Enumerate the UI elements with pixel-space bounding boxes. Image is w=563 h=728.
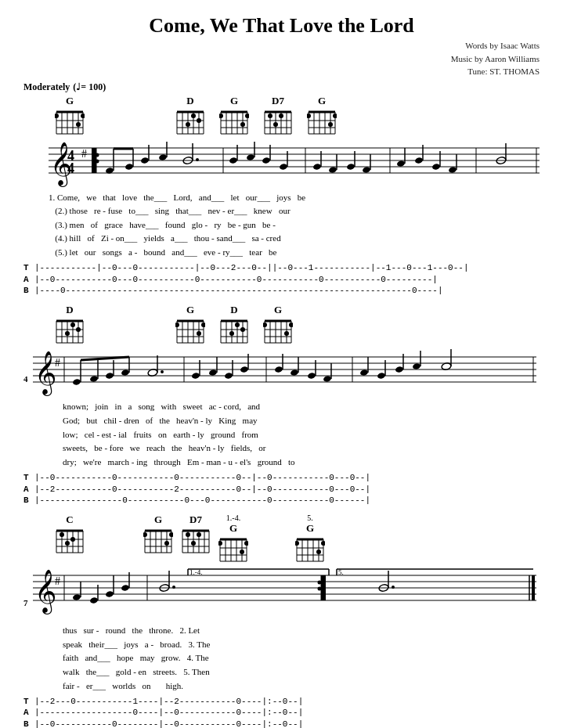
svg-point-321 [392, 586, 395, 589]
chord-diagram-G6: G [143, 514, 173, 554]
svg-point-89 [196, 158, 199, 161]
svg-point-146 [201, 323, 205, 327]
lyrics-section-1: 1. Come, we that love the___ Lord, and__… [23, 191, 540, 260]
lyric-line-2-1: known; join in a song with sweet ac - co… [63, 400, 540, 414]
page-title: Come, We That Love the Lord [23, 14, 540, 38]
words-credit: Words by Isaac Watts [23, 39, 540, 52]
measure-num-4: 4 [23, 374, 28, 399]
svg-point-314 [317, 581, 321, 585]
svg-point-302 [121, 585, 129, 592]
svg-point-80 [125, 163, 133, 170]
lyrics-section-2: known; join in a song with sweet ac - co… [23, 400, 540, 469]
svg-point-91 [229, 157, 237, 164]
svg-text:#: # [81, 148, 87, 160]
svg-point-36 [219, 114, 223, 118]
credits: Words by Isaac Watts Music by Aaron Will… [23, 39, 540, 78]
lyric-line-1: 1. Come, we that love the___ Lord, and__… [49, 191, 540, 205]
tab-data-A3: |------------------0----|--0-----------0… [34, 707, 303, 718]
svg-point-185 [105, 373, 114, 380]
svg-point-104 [346, 163, 355, 170]
svg-point-260 [197, 532, 201, 537]
tab-label-A2: A [23, 484, 34, 495]
section-2: D G [23, 304, 540, 506]
svg-point-273 [240, 550, 244, 554]
svg-point-131 [70, 323, 75, 327]
svg-point-25 [186, 122, 190, 127]
svg-point-247 [164, 541, 169, 546]
chord-diagram-G2: G [219, 95, 249, 135]
chord-diagram-G-5: 5. G [295, 514, 325, 563]
svg-point-235 [65, 541, 70, 546]
svg-point-113 [431, 163, 440, 170]
svg-text:#: # [55, 575, 60, 587]
svg-point-97 [279, 163, 287, 170]
svg-point-63 [328, 122, 333, 127]
svg-point-194 [191, 373, 200, 380]
tab-data-A2: |--2-----------0-----------2-----------0… [34, 484, 370, 495]
tab-data-B3: |--0-----------0--------|--0-----------0… [34, 719, 303, 728]
measure-num-7: 7 [23, 598, 28, 623]
tab-label-A: A [23, 274, 34, 285]
chord-diagram-G3: G [307, 95, 337, 135]
music-credit: Music by Aaron Williams [23, 52, 540, 66]
svg-point-248 [169, 532, 173, 537]
tempo-note: (♩= 100) [73, 81, 106, 93]
svg-point-300 [105, 591, 114, 598]
tab-label-B2: B [23, 495, 34, 506]
tempo-label: Moderately [23, 81, 70, 93]
svg-point-49 [268, 114, 272, 118]
tab-section-1: T|-----------|--0---0-----------|--0---2… [23, 262, 540, 296]
svg-text:𝄞: 𝄞 [34, 351, 56, 396]
section-1: Moderately (♩= 100) G [23, 81, 540, 297]
volta-label-5: 5. [307, 514, 313, 522]
svg-point-102 [328, 166, 337, 173]
svg-point-38 [245, 114, 249, 118]
tab-line-A1: |--0-----------0---0-----------0--------… [34, 274, 438, 285]
svg-point-234 [70, 537, 75, 542]
svg-point-274 [244, 541, 248, 546]
svg-point-216 [395, 366, 403, 373]
chord-diagram-G-1-4: 1.-4. G [218, 514, 248, 563]
svg-text:4: 4 [67, 160, 74, 176]
svg-point-144 [175, 323, 179, 327]
svg-point-109 [396, 160, 405, 167]
lyrics-section-3: thus sur - round the throne. 2. Let spea… [23, 624, 540, 693]
svg-point-157 [235, 323, 240, 327]
svg-point-181 [72, 379, 81, 386]
svg-point-77 [96, 159, 99, 163]
svg-point-171 [284, 331, 289, 336]
lyric-line-3: (3.) men of grace have___ found glo - ry… [49, 218, 540, 232]
svg-point-159 [229, 331, 234, 336]
svg-point-106 [362, 166, 370, 173]
svg-point-10 [55, 114, 59, 118]
svg-point-315 [317, 587, 321, 591]
tune-credit: Tune: ST. THOMAS [23, 65, 540, 78]
svg-point-203 [274, 366, 283, 373]
chord-diagram-D2: D [55, 304, 85, 344]
tab-label-T3: T [23, 696, 34, 707]
chord-diagram-G1: G [55, 95, 85, 135]
lyric-line-3-1: thus sur - round the throne. 2. Let [63, 624, 540, 638]
svg-point-218 [412, 363, 420, 370]
lyric-line-2: (2.) those re - fuse to___ sing that___ … [49, 204, 540, 218]
lyric-line-2-2: God; but chil - dren of the heav'n - ly … [63, 414, 540, 428]
svg-point-192 [161, 370, 164, 373]
svg-text:𝄞: 𝄞 [34, 569, 56, 614]
chord-diagram-G4: G [175, 304, 205, 344]
svg-point-132 [76, 327, 81, 332]
svg-point-246 [143, 532, 147, 537]
chord-diagram-D3: D [219, 304, 249, 344]
svg-line-189 [81, 357, 129, 360]
svg-point-214 [377, 373, 385, 380]
svg-point-100 [312, 163, 321, 170]
svg-text:5.: 5. [338, 568, 344, 576]
svg-point-187 [121, 369, 129, 377]
tab-label-T: T [23, 262, 34, 273]
lyric-line-2-3: low; cel - est - ial fruits on earth - l… [63, 428, 540, 442]
svg-point-84 [158, 153, 167, 160]
chord-diagram-G5: G [263, 304, 293, 344]
lyric-line-3-3: faith and___ hope may grow. 4. The [63, 651, 540, 665]
svg-point-133 [65, 331, 70, 336]
tempo-marking: Moderately (♩= 100) [23, 81, 540, 93]
lyric-line-3-5: fair - er___ worlds on high. [63, 679, 540, 694]
